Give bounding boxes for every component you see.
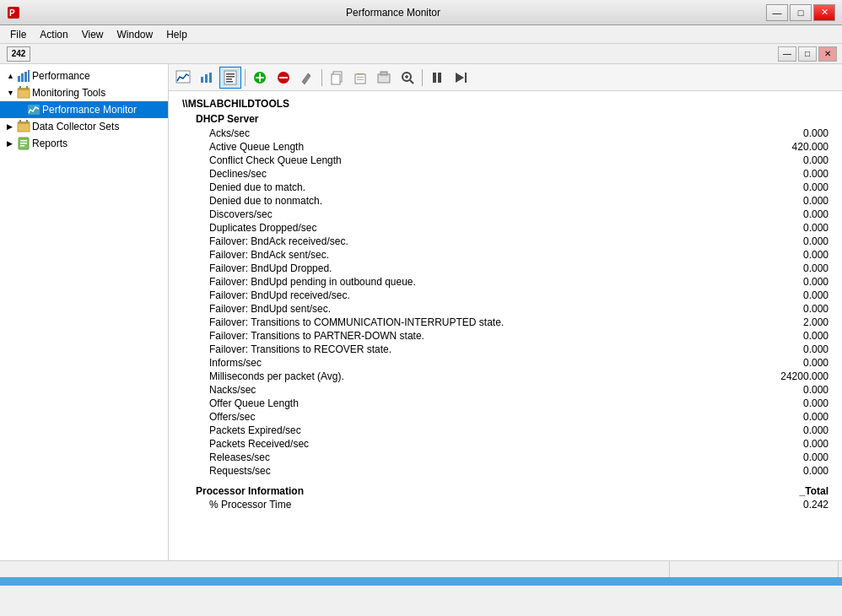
metric-value: 2.000 [744,316,829,328]
metric-label: Failover: BndUpd sent/sec. [209,303,331,315]
view-histogram-button[interactable] [196,67,218,89]
svg-rect-46 [433,73,436,83]
clear-button[interactable] [373,67,395,89]
svg-rect-16 [20,140,27,142]
status-segment-2 [670,561,839,577]
sidebar-item-data-collector-sets[interactable]: ▶ Data Collector Sets [0,118,168,135]
pause-button[interactable] [426,67,448,89]
svg-rect-39 [357,79,364,80]
processor-category-label: Processor Information [196,485,304,497]
monitoring-tools-icon [17,86,30,100]
win-close-btn[interactable]: ✕ [818,46,837,62]
table-row: Failover: Transitions to RECOVER state.0… [209,343,829,356]
window-title: Performance Monitor [20,7,766,19]
performance-label: Performance [32,70,90,82]
svg-rect-22 [209,73,212,83]
view-report-button[interactable] [219,67,241,89]
separator-1 [245,69,246,86]
metric-value: 0.000 [744,127,829,139]
monitoring-tools-label: Monitoring Tools [32,87,105,99]
next-button[interactable] [450,67,472,89]
metric-value: 0.000 [744,235,829,247]
svg-rect-18 [20,145,24,147]
metric-label: Denied due to nonmatch. [209,195,322,207]
metric-label: Offers/sec [209,411,255,423]
table-row: Failover: BndAck received/sec.0.000 [209,235,829,248]
reports-icon [17,137,30,150]
metric-label: Failover: Transitions to COMMUNICATION-I… [209,316,504,328]
performance-monitor-label: Performance Monitor [42,104,137,116]
add-counter-button[interactable] [249,67,271,89]
svg-rect-49 [465,73,467,83]
maximize-button[interactable]: □ [790,4,812,21]
expand-data-collector[interactable]: ▶ [7,122,15,131]
metric-label: Conflict Check Queue Length [209,154,342,166]
copy-button[interactable] [326,67,348,89]
main-area: ▲ Performance ▼ [0,64,842,560]
menu-action[interactable]: Action [33,27,74,42]
paste-button[interactable] [349,67,371,89]
dhcp-metrics: Acks/sec0.000Active Queue Length420.000C… [182,127,829,478]
svg-rect-21 [205,74,208,83]
data-collector-icon [17,120,30,133]
sidebar-item-monitoring-tools[interactable]: ▼ Monitoring Tools [0,84,168,101]
svg-rect-23 [224,71,236,84]
table-row: Offers/sec0.000 [209,410,829,424]
server-host: \\MSLABCHILDTOOLS [182,98,829,110]
svg-text:P: P [9,8,15,18]
metric-value: 0.000 [744,222,829,234]
content-wrapper: \\MSLABCHILDTOOLS DHCP Server Acks/sec0.… [169,64,842,560]
table-row: Milliseconds per packet (Avg).24200.000 [209,370,829,383]
metric-value: 0.000 [744,276,829,288]
metric-value: 24200.000 [744,370,829,382]
menu-help[interactable]: Help [159,27,194,42]
zoom-button[interactable] [397,67,418,89]
app-icon: P [7,6,20,19]
metric-value: 0.000 [744,195,829,207]
minimize-button[interactable]: — [766,4,788,21]
metric-label: Informs/sec [209,357,262,369]
expand-reports[interactable]: ▶ [7,139,15,148]
expand-performance[interactable]: ▲ [7,72,15,80]
metric-value: 0.000 [744,343,829,355]
svg-rect-5 [28,70,30,82]
sidebar-item-performance-monitor[interactable]: Performance Monitor [0,101,168,118]
remove-counter-button[interactable] [273,67,294,89]
sidebar-item-performance[interactable]: ▲ Performance [0,68,168,84]
expand-monitoring[interactable]: ▼ [7,89,15,97]
status-bar [0,560,842,577]
svg-rect-47 [438,73,441,83]
menu-view[interactable]: View [75,27,111,42]
close-button[interactable]: ✕ [813,4,835,21]
table-row: Failover: BndUpd received/sec.0.000 [209,289,829,302]
edit-counter-button[interactable] [296,67,318,89]
metric-label: Failover: BndUpd received/sec. [209,289,350,301]
table-row: Denied due to nonmatch.0.000 [209,194,829,208]
svg-rect-3 [21,73,24,82]
metric-value: 0.000 [744,357,829,369]
svg-rect-14 [26,120,28,122]
win-maximize-btn[interactable]: □ [798,46,817,62]
table-row: Informs/sec0.000 [209,356,829,370]
menu-window[interactable]: Window [111,27,160,42]
win-minimize-btn[interactable]: — [778,46,796,62]
metric-value: 0.000 [744,249,829,261]
processor-section: Processor Information _Total % Processor… [182,484,829,511]
content-toolbar [169,64,842,91]
menu-file[interactable]: File [3,27,33,42]
svg-rect-37 [355,74,365,84]
table-row: Denied due to match.0.000 [209,181,829,194]
metric-value: 0.242 [803,499,829,511]
svg-rect-2 [18,76,20,82]
table-row: Nacks/sec0.000 [209,383,829,397]
menu-bar: File Action View Window Help [0,25,842,44]
table-row: Failover: BndUpd Dropped.0.000 [209,262,829,275]
sidebar-item-reports[interactable]: ▶ Reports [0,135,168,152]
content-area[interactable]: \\MSLABCHILDTOOLS DHCP Server Acks/sec0.… [169,91,842,560]
reports-label: Reports [32,138,67,149]
svg-rect-9 [26,86,28,89]
metric-label: Failover: Transitions to RECOVER state. [209,343,391,355]
processor-metrics: % Processor Time0.242 [182,498,829,511]
view-graph-button[interactable] [172,67,194,89]
metric-label: Discovers/sec [209,208,273,220]
